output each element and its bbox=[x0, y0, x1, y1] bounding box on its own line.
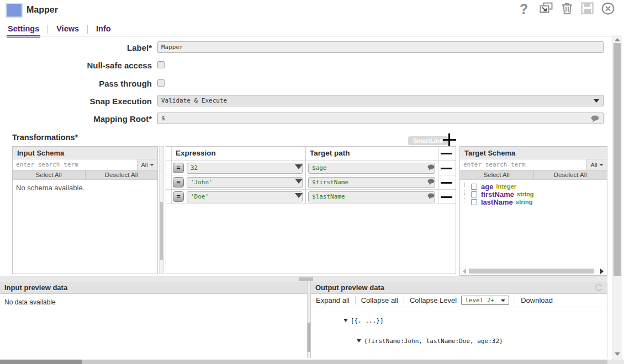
scrollbar-thumb[interactable] bbox=[614, 43, 621, 276]
scrollbar-thumb[interactable] bbox=[308, 323, 310, 352]
schema-field-row: lastName string bbox=[463, 198, 607, 206]
close-icon[interactable] bbox=[601, 2, 615, 17]
input-schema-deselect-all-button[interactable]: Deselect All bbox=[86, 170, 158, 179]
target-schema-search-input[interactable] bbox=[460, 159, 586, 170]
scroll-left-icon[interactable] bbox=[463, 269, 466, 274]
input-schema-filter-label: All bbox=[141, 162, 147, 168]
pass-through-label: Pass through bbox=[12, 79, 152, 88]
expand-editor-icon[interactable] bbox=[540, 2, 553, 16]
snap-execution-select[interactable]: Validate & Execute bbox=[157, 95, 604, 106]
collapse-all-button[interactable]: Collapse all bbox=[361, 296, 398, 304]
remove-column bbox=[438, 147, 455, 160]
target-schema-filter-label: All bbox=[590, 162, 597, 168]
expression-toggle-button[interactable]: = bbox=[173, 163, 184, 173]
expression-dropdown-icon[interactable] bbox=[295, 164, 303, 169]
input-schema-search-input[interactable] bbox=[13, 159, 137, 170]
refresh-icon[interactable] bbox=[594, 284, 602, 293]
save-icon[interactable] bbox=[581, 2, 594, 17]
collapse-node-icon[interactable] bbox=[357, 339, 361, 342]
pass-through-checkbox[interactable] bbox=[157, 79, 165, 87]
snap-type-icon bbox=[6, 3, 23, 18]
chevron-down-icon bbox=[150, 164, 154, 166]
target-path-input[interactable]: $age bbox=[308, 163, 435, 174]
suggest-bubble-icon[interactable] bbox=[427, 163, 435, 173]
expand-all-button[interactable]: Expand all bbox=[316, 296, 350, 304]
output-preview-panel: Output preview data Expand all Collapse … bbox=[311, 282, 607, 358]
schema-field-type: string bbox=[516, 199, 533, 205]
target-schema-hscrollbar[interactable] bbox=[461, 267, 606, 275]
row-drag-handle[interactable] bbox=[166, 161, 172, 175]
label-input[interactable] bbox=[157, 41, 604, 53]
input-schema-select-row: Select All Deselect All bbox=[13, 170, 157, 180]
mapping-root-input[interactable]: $ bbox=[157, 113, 604, 124]
schema-field-checkbox[interactable] bbox=[471, 191, 477, 197]
chevron-down-icon bbox=[599, 164, 604, 166]
help-icon[interactable]: ? bbox=[520, 1, 528, 17]
target-schema-filter-dropdown[interactable]: All bbox=[586, 159, 607, 170]
expression-header: Expression bbox=[172, 147, 306, 160]
tab-settings[interactable]: Settings bbox=[7, 24, 40, 38]
suggest-bubble-icon[interactable] bbox=[591, 115, 599, 126]
chevron-down-icon bbox=[594, 99, 599, 103]
input-schema-filter-dropdown[interactable]: All bbox=[137, 159, 157, 170]
target-schema-select-all-button[interactable]: Select All bbox=[460, 170, 534, 179]
main-vertical-scrollbar[interactable] bbox=[612, 35, 622, 360]
remove-row-icon[interactable] bbox=[441, 182, 452, 184]
expression-input[interactable]: 'John' bbox=[187, 177, 303, 188]
expression-toggle-button[interactable]: = bbox=[173, 191, 184, 202]
collapse-node-icon[interactable] bbox=[343, 319, 348, 322]
input-schema-panel: Input Schema All Select All Deselect All… bbox=[12, 146, 158, 274]
schema-field-name[interactable]: lastName bbox=[481, 198, 513, 206]
snap-execution-value: Validate & Execute bbox=[161, 97, 227, 104]
tab-views[interactable]: Views bbox=[55, 24, 80, 35]
add-row-icon[interactable] bbox=[442, 133, 457, 147]
scroll-up-icon[interactable] bbox=[615, 38, 620, 41]
scroll-right-icon[interactable] bbox=[600, 269, 604, 274]
preview-splitter[interactable] bbox=[0, 276, 607, 282]
collapse-level-select[interactable]: level 2+ bbox=[461, 296, 509, 305]
input-schema-select-all-button[interactable]: Select All bbox=[13, 170, 86, 179]
schema-field-name[interactable]: firstName bbox=[481, 190, 514, 199]
preview-vertical-scrollbar[interactable] bbox=[307, 282, 311, 358]
row-drag-handle[interactable] bbox=[166, 175, 172, 189]
row-handle-column bbox=[166, 147, 172, 160]
remove-row-icon[interactable] bbox=[441, 153, 452, 154]
tab-bar: Settings Views Info bbox=[7, 24, 112, 38]
tab-divider bbox=[87, 25, 88, 34]
download-button[interactable]: Download bbox=[521, 296, 553, 304]
scrollbar-corner bbox=[607, 360, 624, 364]
expression-toggle-button[interactable]: = bbox=[173, 177, 184, 188]
suggest-bubble-icon[interactable] bbox=[427, 192, 435, 202]
expression-dropdown-icon[interactable] bbox=[295, 179, 303, 184]
target-path-input[interactable]: $firstName bbox=[308, 177, 435, 188]
tree-connector bbox=[464, 183, 469, 187]
tab-info[interactable]: Info bbox=[95, 24, 112, 35]
toolbar-divider bbox=[404, 296, 404, 304]
expression-input[interactable]: 'Doe' bbox=[187, 191, 303, 202]
row-drag-handle[interactable] bbox=[166, 190, 172, 204]
scrollbar-thumb[interactable] bbox=[0, 360, 82, 364]
expression-input[interactable]: 32 bbox=[187, 163, 303, 174]
remove-row-icon[interactable] bbox=[441, 196, 452, 198]
null-safe-access-label: Null-safe access bbox=[12, 61, 152, 70]
collapse-level-value: level 2+ bbox=[465, 297, 494, 304]
schema-field-checkbox[interactable] bbox=[471, 199, 477, 205]
schema-field-row: age integer bbox=[463, 183, 607, 190]
expression-dropdown-icon[interactable] bbox=[295, 193, 303, 198]
remove-row-icon[interactable] bbox=[441, 168, 452, 169]
schema-field-checkbox[interactable] bbox=[471, 184, 477, 190]
target-path-input[interactable]: $lastName bbox=[308, 191, 435, 202]
schema-field-row: firstName string bbox=[463, 190, 607, 198]
null-safe-access-checkbox[interactable] bbox=[157, 61, 165, 68]
main-horizontal-scrollbar[interactable] bbox=[0, 360, 624, 364]
splitter-grip-icon[interactable] bbox=[299, 277, 313, 281]
scroll-down-icon[interactable] bbox=[615, 352, 620, 356]
target-schema-deselect-all-button[interactable]: Deselect All bbox=[534, 170, 607, 179]
scrollbar-thumb[interactable] bbox=[469, 269, 594, 274]
delete-snap-icon[interactable] bbox=[560, 2, 574, 17]
label-field-label: Label* bbox=[12, 43, 152, 52]
suggest-bubble-icon[interactable] bbox=[427, 178, 435, 188]
schema-field-name[interactable]: age bbox=[481, 183, 493, 191]
input-schema-scrollbar[interactable] bbox=[159, 146, 164, 274]
tab-divider bbox=[47, 25, 48, 34]
